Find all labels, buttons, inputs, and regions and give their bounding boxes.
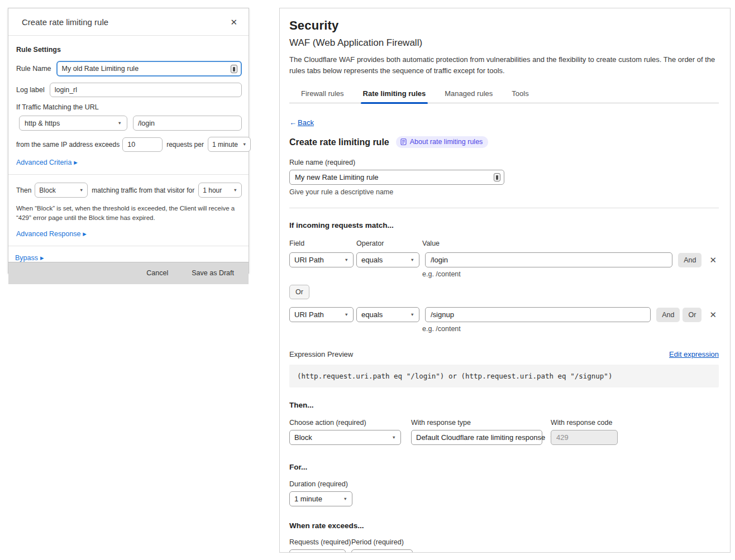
rule-name-input[interactable] bbox=[289, 170, 504, 185]
chevron-down-icon: ▼ bbox=[79, 188, 83, 193]
operator-column-label: Operator bbox=[356, 240, 422, 247]
then-action-select[interactable]: Block ▼ bbox=[35, 183, 88, 198]
then-duration-select[interactable]: 1 hour ▼ bbox=[198, 183, 242, 198]
log-label-input-wrap bbox=[50, 83, 242, 97]
response-type-label: With response type bbox=[411, 419, 551, 427]
autofill-icon[interactable] bbox=[231, 65, 237, 73]
expander-arrow-icon: ▶ bbox=[74, 160, 78, 165]
dialog-title: Create rate limiting rule bbox=[22, 17, 227, 27]
expression-preview-header: Expression Preview Edit expression bbox=[289, 350, 719, 358]
cancel-button[interactable]: Cancel bbox=[146, 269, 168, 277]
requests-column: Requests (required) bbox=[289, 538, 346, 553]
form-title: Create rate limiting rule bbox=[289, 137, 389, 147]
remove-condition-icon[interactable]: ✕ bbox=[707, 310, 719, 320]
expander-arrow-icon: ▶ bbox=[83, 231, 87, 237]
chevron-down-icon: ▼ bbox=[345, 312, 349, 317]
then-action-value: Block bbox=[39, 186, 55, 194]
expression-code: (http.request.uri.path eq "/login") or (… bbox=[289, 365, 719, 387]
rule-name-block: Rule name (required) Give your rule a de… bbox=[289, 159, 719, 196]
rule-name-input-wrap bbox=[289, 170, 504, 185]
then-label: Then bbox=[16, 186, 31, 194]
response-type-column: With response type Default Cloudflare ra… bbox=[411, 419, 551, 445]
requests-input[interactable] bbox=[289, 549, 346, 553]
scheme-select[interactable]: http & https ▼ bbox=[19, 116, 127, 131]
back-link[interactable]: ←Back bbox=[289, 118, 314, 127]
then-heading: Then... bbox=[289, 401, 719, 409]
value-column-label: Value bbox=[422, 240, 440, 247]
period-select[interactable]: 1 minute ▼ bbox=[351, 549, 413, 553]
log-label-input[interactable] bbox=[50, 83, 242, 97]
edit-expression-link[interactable]: Edit expression bbox=[669, 350, 719, 358]
requests-label: Requests (required) bbox=[289, 538, 346, 546]
url-input-wrap bbox=[133, 116, 242, 131]
value-hint: e.g. /content bbox=[422, 325, 719, 333]
value-input[interactable] bbox=[425, 307, 651, 322]
action-select[interactable]: Block ▼ bbox=[289, 430, 401, 445]
form-title-row: Create rate limiting rule About rate lim… bbox=[289, 136, 719, 148]
tab-firewall-rules[interactable]: Firewall rules bbox=[301, 86, 344, 103]
chevron-down-icon: ▼ bbox=[411, 312, 414, 317]
doc-icon bbox=[400, 138, 407, 145]
rule-name-row: Rule Name bbox=[15, 61, 242, 76]
field-select[interactable]: URI Path ▼ bbox=[289, 252, 354, 267]
for-heading: For... bbox=[289, 463, 719, 471]
rule-settings-heading: Rule Settings bbox=[16, 46, 242, 54]
response-type-select[interactable]: Default Cloudflare rate limiting respons… bbox=[411, 430, 542, 445]
chevron-down-icon: ▼ bbox=[411, 257, 414, 262]
duration-select-value: 1 minute bbox=[294, 495, 322, 503]
close-icon[interactable]: ✕ bbox=[227, 16, 241, 28]
advanced-criteria-link[interactable]: Advanced Criteria ▶ bbox=[16, 159, 78, 166]
threshold-requests-input[interactable] bbox=[122, 137, 163, 152]
or-button[interactable]: Or bbox=[682, 308, 701, 322]
advanced-criteria-wrap: Advanced Criteria ▶ bbox=[16, 159, 242, 166]
operator-select-value: equals bbox=[361, 310, 383, 319]
operator-select-value: equals bbox=[361, 256, 383, 264]
response-code-input bbox=[551, 430, 618, 445]
rule-name-input-wrap bbox=[56, 61, 242, 76]
url-input[interactable] bbox=[133, 116, 242, 131]
and-button[interactable]: And bbox=[656, 308, 680, 322]
operator-select[interactable]: equals ▼ bbox=[356, 307, 419, 322]
period-label: Period (required) bbox=[351, 538, 413, 546]
value-input[interactable] bbox=[425, 252, 672, 267]
chevron-down-icon: ▼ bbox=[392, 435, 396, 440]
threshold-middle: requests per bbox=[166, 141, 204, 149]
screenshot-stage: Create rate limiting rule ✕ Rule Setting… bbox=[0, 0, 735, 560]
condition-column-labels: Field Operator Value bbox=[289, 240, 719, 247]
bypass-link[interactable]: Bypass ▶ bbox=[15, 254, 44, 262]
response-code-column: With response code bbox=[551, 419, 618, 445]
threshold-period-select[interactable]: 1 minute ▼ bbox=[208, 137, 251, 152]
operator-select[interactable]: equals ▼ bbox=[356, 252, 419, 267]
tab-managed-rules[interactable]: Managed rules bbox=[445, 86, 493, 103]
condition-row: URI Path ▼ equals ▼ And ✕ bbox=[289, 252, 719, 267]
rule-name-input[interactable] bbox=[56, 61, 242, 76]
waf-tabs: Firewall rules Rate limiting rules Manag… bbox=[289, 86, 719, 103]
tab-rate-limiting-rules[interactable]: Rate limiting rules bbox=[363, 86, 426, 103]
rule-name-helper: Give your rule a descriptive name bbox=[289, 188, 719, 196]
duration-select[interactable]: 1 minute ▼ bbox=[289, 491, 352, 506]
about-rate-limiting-badge[interactable]: About rate limiting rules bbox=[396, 136, 489, 148]
advanced-criteria-text: Advanced Criteria bbox=[16, 159, 71, 166]
condition-row: URI Path ▼ equals ▼ And Or ✕ bbox=[289, 307, 719, 322]
action-label: Choose action (required) bbox=[289, 419, 411, 427]
rate-heading: When rate exceeds... bbox=[289, 521, 719, 530]
chevron-down-icon: ▼ bbox=[118, 121, 122, 126]
dialog-header: Create rate limiting rule ✕ bbox=[8, 8, 249, 36]
advanced-response-wrap: Advanced Response ▶ bbox=[16, 230, 242, 238]
advanced-response-link[interactable]: Advanced Response ▶ bbox=[16, 230, 87, 238]
section-divider bbox=[289, 208, 719, 208]
chevron-down-icon: ▼ bbox=[345, 257, 349, 262]
remove-condition-icon[interactable]: ✕ bbox=[707, 255, 719, 265]
about-badge-text: About rate limiting rules bbox=[410, 138, 483, 146]
or-connector-button[interactable]: Or bbox=[289, 285, 309, 299]
threshold-prefix: from the same IP address exceeds bbox=[16, 141, 120, 149]
page-subtitle: WAF (Web Application Firewall) bbox=[289, 37, 719, 49]
field-select-value: URI Path bbox=[294, 256, 324, 264]
chevron-down-icon: ▼ bbox=[343, 496, 347, 501]
and-button[interactable]: And bbox=[678, 253, 701, 267]
duration-label: Duration (required) bbox=[289, 480, 719, 488]
save-as-draft-button[interactable]: Save as Draft bbox=[192, 269, 234, 277]
field-select[interactable]: URI Path ▼ bbox=[289, 307, 354, 322]
autofill-icon[interactable] bbox=[494, 173, 500, 181]
tab-tools[interactable]: Tools bbox=[512, 86, 528, 103]
